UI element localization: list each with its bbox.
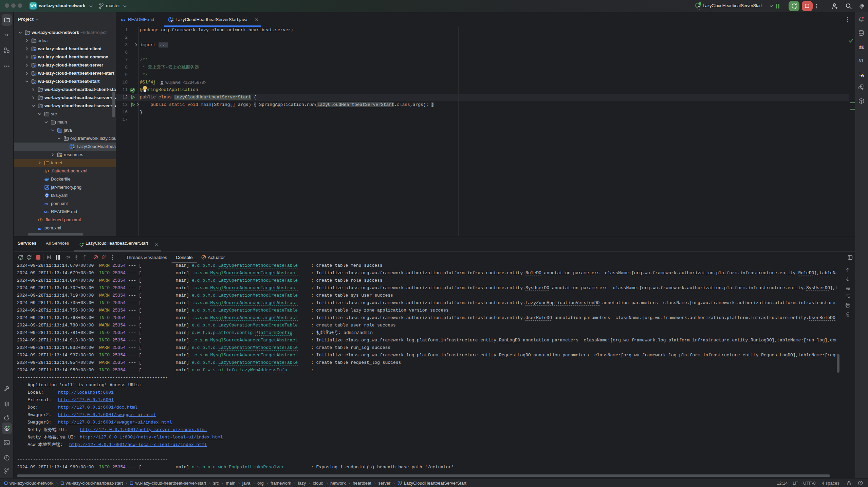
svg-text:L: L	[862, 46, 864, 49]
svg-text:M: M	[859, 45, 862, 49]
